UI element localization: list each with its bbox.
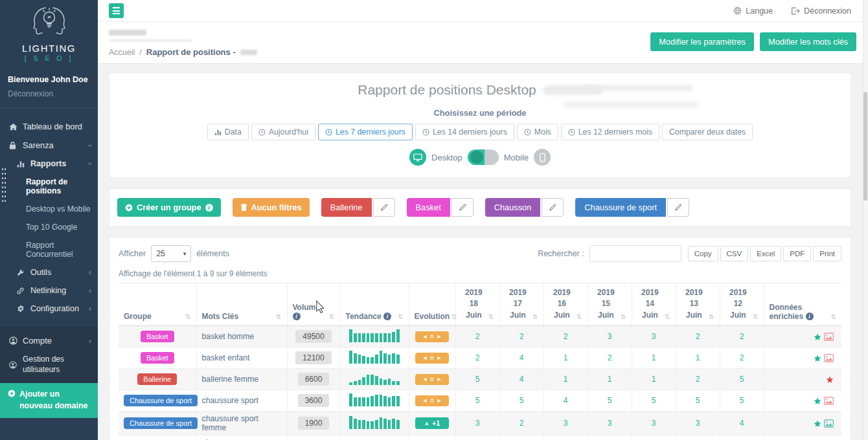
- image-green-icon[interactable]: [824, 419, 834, 428]
- position-value: 3: [608, 332, 612, 341]
- export-pdf-button[interactable]: PDF: [783, 246, 811, 261]
- period-button[interactable]: Data: [207, 124, 249, 140]
- period-button[interactable]: Les 14 derniers jours: [415, 124, 514, 140]
- sidebar-item-configuration[interactable]: Configuration ‹: [0, 300, 98, 318]
- sidebar-item-compte[interactable]: Compte ‹: [0, 331, 98, 350]
- search-input[interactable]: [589, 245, 681, 262]
- export-excel-button[interactable]: Excel: [750, 246, 781, 261]
- th-date[interactable]: 201912 Juin: [720, 283, 764, 326]
- edit-group-button[interactable]: [667, 198, 689, 217]
- sidebar-item-outils[interactable]: Outils ‹: [0, 263, 98, 281]
- sidebar-item-ajouter-domaine[interactable]: Ajouter un nouveau domaine: [0, 383, 98, 418]
- th-date[interactable]: 201914 Juin: [632, 283, 676, 326]
- th-mots-cles[interactable]: Mots Clés: [196, 283, 287, 326]
- modifier-mots-cles-button[interactable]: Modifier les mots clés: [760, 32, 856, 51]
- keyword-link[interactable]: chaussure sport: [202, 396, 259, 405]
- info-icon: [293, 313, 301, 320]
- th-date[interactable]: 201916 Juin: [543, 283, 588, 326]
- th-date[interactable]: 201918 Juin: [455, 283, 499, 326]
- keyword-link[interactable]: chaussure sport femme: [202, 414, 259, 432]
- sidebar-item-sarenza[interactable]: Sarenza ›: [0, 136, 98, 155]
- group-badge[interactable]: Ballerine: [137, 373, 177, 385]
- trend-sparkline: [349, 393, 399, 406]
- group-filter-button[interactable]: Chausson: [485, 198, 541, 217]
- position-value: 5: [740, 375, 744, 384]
- bar-chart-icon: [17, 160, 26, 168]
- th-volume[interactable]: Volume: [287, 283, 340, 326]
- th-date[interactable]: 201915 Juin: [588, 283, 632, 326]
- clear-filters-label: Aucun filtres: [251, 203, 302, 212]
- logout-link[interactable]: Déconnexion: [791, 6, 851, 16]
- drag-handle[interactable]: [1, 167, 6, 202]
- group-filter-button[interactable]: Chaussure de sport: [575, 198, 666, 217]
- sort-icon: [274, 312, 281, 321]
- group-badge[interactable]: Chaussure de sport: [124, 417, 198, 429]
- image-red-icon[interactable]: [824, 354, 834, 362]
- group-filter-button[interactable]: Basket: [407, 198, 450, 217]
- export-print-button[interactable]: Print: [813, 246, 841, 261]
- th-date[interactable]: 201913 Juin: [676, 283, 720, 326]
- star-red-icon[interactable]: [826, 376, 834, 384]
- sidebar-item-label: Outils: [30, 268, 51, 277]
- device-toggle-switch[interactable]: [468, 149, 499, 165]
- period-button[interactable]: Aujourd'hui: [251, 124, 315, 140]
- period-button[interactable]: Comparer deux dates: [662, 124, 753, 140]
- welcome-block: Bienvenue John Doe Déconnexion: [0, 69, 98, 108]
- scrollbar-thumb[interactable]: [863, 92, 867, 201]
- breadcrumb-home-link[interactable]: Accueil: [109, 48, 135, 57]
- user-icon: [9, 361, 18, 369]
- scrollbar-track[interactable]: [863, 0, 868, 440]
- period-button[interactable]: Les 12 derniers mois: [561, 124, 659, 140]
- edit-group-button[interactable]: [451, 198, 474, 217]
- image-red-icon[interactable]: [824, 397, 834, 405]
- show-label: Afficher: [119, 249, 146, 258]
- th-tendance[interactable]: Tendance: [340, 283, 409, 326]
- image-red-icon[interactable]: [824, 333, 834, 341]
- sidebar-item-gestion-utilisateurs[interactable]: Gestion des utilisateurs: [0, 350, 98, 379]
- star-green-icon[interactable]: [814, 397, 821, 405]
- sidebar-toggle-button[interactable]: [109, 3, 124, 18]
- language-menu[interactable]: Langue: [733, 6, 773, 16]
- keyword-link[interactable]: basket enfant: [202, 353, 250, 362]
- th-date[interactable]: 201917 Juin: [499, 283, 543, 326]
- modifier-parametres-button[interactable]: Modifier les paramètres: [650, 32, 754, 51]
- sidebar-item-top-10-google[interactable]: Top 10 Google: [0, 218, 98, 236]
- sidebar-item-tableau-de-bord[interactable]: Tableau de bord: [0, 117, 98, 136]
- th-donnees[interactable]: Données enrichies: [764, 283, 841, 326]
- export-csv-button[interactable]: CSV: [720, 246, 749, 261]
- plus-circle-icon: [8, 390, 16, 412]
- group-badge[interactable]: Chaussure de sport: [124, 395, 198, 406]
- sign-out-icon: [791, 7, 800, 15]
- star-green-icon[interactable]: [814, 420, 821, 428]
- clear-filters-button[interactable]: Aucun filtres: [233, 198, 310, 217]
- sidebar-item-label: Configuration: [30, 304, 79, 313]
- th-groupe[interactable]: Groupe: [119, 283, 196, 326]
- sidebar-item-netlinking[interactable]: Netlinking ‹: [0, 281, 98, 300]
- position-value: 1: [652, 353, 656, 362]
- sidebar-item-rapports[interactable]: Rapports ›: [0, 155, 98, 173]
- group-filter-button[interactable]: Ballerine: [321, 198, 372, 217]
- sidebar-logout-link[interactable]: Déconnexion: [8, 89, 90, 98]
- sidebar-item-rapport-concurrentiel[interactable]: Rapport Concurrentiel: [0, 236, 98, 263]
- plus-circle-icon: [125, 204, 133, 212]
- group-badge[interactable]: Basket: [141, 331, 174, 342]
- th-evolution[interactable]: Evolution: [409, 283, 455, 326]
- star-green-icon[interactable]: [814, 333, 821, 341]
- edit-group-button[interactable]: [542, 198, 564, 217]
- star-green-icon[interactable]: [814, 355, 821, 362]
- period-button[interactable]: Mois: [517, 124, 558, 140]
- group-badge[interactable]: Basket: [141, 352, 174, 364]
- edit-group-button[interactable]: [373, 198, 395, 217]
- gear-icon: [17, 305, 26, 313]
- period-button[interactable]: Les 7 derniers jours: [318, 124, 413, 140]
- keyword-link[interactable]: ballerine femme: [202, 375, 258, 384]
- sidebar-item-rapport-de-positions[interactable]: Rapport de positions: [0, 173, 98, 200]
- page-size-select[interactable]: 25: [151, 245, 191, 262]
- table-header-row: Groupe Mots Clés Volume Tendance Evoluti…: [119, 283, 841, 326]
- create-group-button[interactable]: Créer un groupe: [117, 198, 221, 217]
- table-controls: Afficher 25 éléments Rechercher : CopyCS…: [119, 245, 841, 262]
- trend-sparkline: [349, 350, 399, 364]
- keyword-link[interactable]: basket homme: [202, 332, 255, 341]
- sidebar-item-desktop-vs-mobile[interactable]: Desktop vs Mobile: [0, 200, 98, 218]
- export-copy-button[interactable]: Copy: [688, 246, 718, 261]
